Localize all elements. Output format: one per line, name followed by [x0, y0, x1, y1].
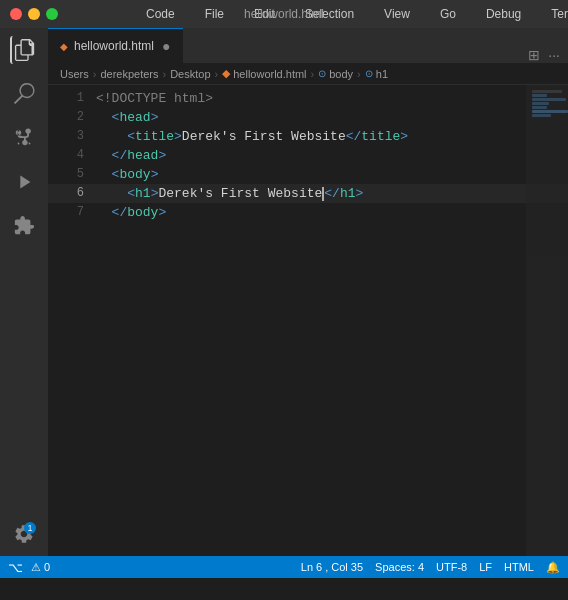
status-errors[interactable]: ⚠ 0 [31, 561, 50, 574]
breadcrumb-element-icon: ⊙ [318, 68, 326, 79]
menu-debug[interactable]: Debug [478, 5, 529, 23]
breadcrumb-body[interactable]: ⊙ body [318, 68, 353, 80]
activity-bar-bottom: 1 [10, 520, 38, 556]
encoding-text: UTF-8 [436, 561, 467, 573]
code-line-3: 3 <title>Derek's First Website</title> [48, 127, 568, 146]
minimap-line [532, 90, 562, 93]
breadcrumb-body-label: body [329, 68, 353, 80]
activity-icon-extensions[interactable] [10, 212, 38, 240]
syntax-token: > [158, 148, 166, 163]
explorer-icon [14, 39, 36, 61]
syntax-token: </ [346, 129, 362, 144]
activity-icon-run[interactable] [10, 168, 38, 196]
ln-text: Ln 6 [301, 561, 322, 573]
status-ln-col[interactable]: Ln 6, Col 35 [301, 561, 363, 573]
minimap-line [532, 102, 549, 105]
status-bar: ⌥ ⚠ 0 Ln 6, Col 35 Spaces: 4 UTF-8 LF HT… [0, 556, 568, 578]
syntax-token: body [119, 167, 150, 182]
more-actions-icon[interactable]: ··· [548, 47, 560, 63]
breadcrumb-sep-3: › [215, 68, 219, 80]
menu-file[interactable]: File [197, 5, 232, 23]
code-line-5: 5 <body> [48, 165, 568, 184]
error-icon: ⚠ [31, 561, 41, 574]
file-type-icon: ◆ [60, 41, 68, 52]
col-text: Col 35 [331, 561, 363, 573]
line-number: 3 [48, 127, 96, 146]
breadcrumb-desktop[interactable]: Desktop [170, 68, 210, 80]
run-icon [13, 171, 35, 193]
syntax-token: head [119, 110, 150, 125]
code-line-7: 7 </body> [48, 203, 568, 222]
syntax-token: > [174, 129, 182, 144]
activity-icon-source-control[interactable] [10, 124, 38, 152]
traffic-lights [10, 8, 58, 20]
code-line-6: 6 <h1>Derek's First Website</h1> [48, 184, 568, 203]
editor-tab[interactable]: ◆ helloworld.html ● [48, 28, 183, 63]
menu-bar: Code File Edit Selection View Go Debug T… [138, 5, 568, 23]
breadcrumb-file-icon: ◆ [222, 67, 230, 80]
activity-icon-search[interactable] [10, 80, 38, 108]
minimap-line [532, 94, 547, 97]
menu-terminal[interactable]: Terminal [543, 5, 568, 23]
status-branch[interactable]: ⌥ [8, 560, 23, 575]
breadcrumb-derekpeters[interactable]: derekpeters [100, 68, 158, 80]
syntax-token: > [400, 129, 408, 144]
syntax-token: Derek's First Website [158, 186, 322, 201]
code-line-2: 2 <head> [48, 108, 568, 127]
window-title: helloworld.html [244, 7, 324, 21]
syntax-token: > [158, 205, 166, 220]
menu-go[interactable]: Go [432, 5, 464, 23]
status-right: Ln 6, Col 35 Spaces: 4 UTF-8 LF HTML 🔔 [301, 561, 560, 574]
line-number: 1 [48, 89, 96, 108]
source-control-icon [13, 127, 35, 149]
activity-icon-settings[interactable]: 1 [10, 520, 38, 548]
title-bar: Code File Edit Selection View Go Debug T… [0, 0, 568, 28]
code-line-1: 1 <!DOCTYPE html> [48, 89, 568, 108]
breadcrumb-users[interactable]: Users [60, 68, 89, 80]
breadcrumb-sep-2: › [163, 68, 167, 80]
breadcrumb-h1[interactable]: ⊙ h1 [365, 68, 388, 80]
minimize-button[interactable] [28, 8, 40, 20]
syntax-token: > [151, 167, 159, 182]
breadcrumb-sep-4: › [311, 68, 315, 80]
menu-view[interactable]: View [376, 5, 418, 23]
tab-bar: ◆ helloworld.html ● ⊞ ··· [48, 28, 568, 63]
code-editor[interactable]: 1 <!DOCTYPE html> 2 <head> 3 <title>Dere… [48, 85, 568, 556]
status-language[interactable]: HTML [504, 561, 534, 573]
line-number: 4 [48, 146, 96, 165]
breadcrumb-sep-5: › [357, 68, 361, 80]
syntax-token: > [356, 186, 364, 201]
status-left: ⌥ ⚠ 0 [8, 560, 50, 575]
tab-close-button[interactable]: ● [162, 39, 170, 53]
breadcrumb-label: derekpeters [100, 68, 158, 80]
breadcrumb-file[interactable]: ◆ helloworld.html [222, 67, 306, 80]
line-number: 7 [48, 203, 96, 222]
line-number: 5 [48, 165, 96, 184]
line-content: <h1>Derek's First Website</h1> [96, 184, 568, 203]
breadcrumb-label: Users [60, 68, 89, 80]
activity-icon-explorer[interactable] [10, 36, 38, 64]
status-eol[interactable]: LF [479, 561, 492, 573]
split-editor-icon[interactable]: ⊞ [528, 47, 540, 63]
syntax-token: h1 [135, 186, 151, 201]
syntax-token: h1 [340, 186, 356, 201]
branch-icon: ⌥ [8, 560, 23, 575]
tab-bar-actions: ⊞ ··· [528, 47, 568, 63]
maximize-button[interactable] [46, 8, 58, 20]
settings-badge: 1 [24, 522, 36, 534]
syntax-token: body [127, 205, 158, 220]
status-spaces[interactable]: Spaces: 4 [375, 561, 424, 573]
status-encoding[interactable]: UTF-8 [436, 561, 467, 573]
eol-text: LF [479, 561, 492, 573]
extensions-icon [13, 215, 35, 237]
bell-icon: 🔔 [546, 561, 560, 574]
syntax-token: < [127, 129, 135, 144]
menu-code[interactable]: Code [138, 5, 183, 23]
line-number: 2 [48, 108, 96, 127]
close-button[interactable] [10, 8, 22, 20]
code-line-4: 4 </head> [48, 146, 568, 165]
minimap-line [532, 106, 547, 109]
line-content: <!DOCTYPE html> [96, 89, 568, 108]
status-notifications[interactable]: 🔔 [546, 561, 560, 574]
tab-filename: helloworld.html [74, 39, 154, 53]
